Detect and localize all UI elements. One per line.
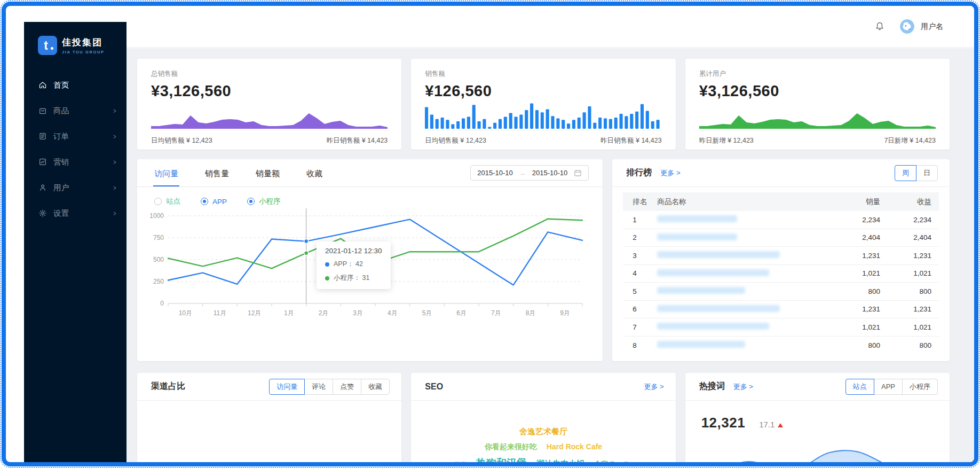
brand-subtitle: JIA TOU GROUP (62, 50, 105, 54)
svg-text:5月: 5月 (422, 309, 432, 317)
seo-word[interactable]: 舍逸艺术餐厅 (519, 424, 567, 440)
hot-search-tab-小程序[interactable]: 小程序 (902, 379, 938, 395)
ranking-toggle-周[interactable]: 周 (895, 165, 916, 181)
date-end: 2015-10-10 (532, 169, 568, 177)
goods-icon (38, 106, 47, 115)
logo-dot (51, 47, 53, 50)
stat-sparkline (425, 102, 661, 129)
rank-cell: 6 (623, 305, 657, 313)
brand-title: 佳投集团 (62, 36, 105, 49)
stat-value: ¥3,126,560 (699, 82, 936, 100)
stat-sparkline (151, 102, 388, 129)
table-row: 71,0211,021 (623, 318, 939, 337)
seo-word[interactable]: 全家 Family (594, 458, 632, 462)
table-row: 12,2342,234 (623, 211, 939, 229)
stat-value: ¥3,126,560 (151, 82, 388, 100)
sidebar-item-设置[interactable]: 设置> (24, 200, 127, 226)
sales-cell: 1,231 (821, 252, 880, 260)
sales-cell: 800 (821, 341, 880, 349)
hot-search-tab-站点[interactable]: 站点 (845, 379, 874, 395)
hot-search-more-link[interactable]: 更多 > (733, 382, 753, 392)
stat-label: 累计用户 (699, 69, 936, 79)
chevron-right-icon: > (114, 132, 116, 141)
svg-text:12月: 12月 (248, 309, 261, 317)
channel-tab-收藏[interactable]: 收藏 (361, 379, 390, 395)
stat-card-3: 累计用户¥3,126,560昨日新增 ¥ 12,4237日新增 ¥ 14,423 (685, 59, 950, 150)
seo-word[interactable]: Hard Rock Cafe (547, 440, 602, 454)
ranking-panel: 排行榜 更多 > 周日 排名 商品名称 销量 收益 12,2342,23422,… (612, 159, 950, 361)
channel-tab-点赞[interactable]: 点赞 (333, 379, 361, 395)
date-range-picker[interactable]: 2015-10-10 → 2015-10-10 (470, 165, 589, 181)
sidebar-item-营销[interactable]: 营销> (24, 149, 127, 175)
hot-search-count: 12,321 (701, 415, 746, 431)
profit-cell: 1,231 (880, 305, 939, 313)
sidebar-item-首页[interactable]: 首页 (24, 72, 127, 98)
ranking-title: 排行榜 (626, 167, 652, 178)
series-radio-APP[interactable]: APP (201, 198, 227, 206)
radio-icon (247, 198, 255, 205)
stat-label: 总销售额 (151, 69, 388, 79)
radio-icon (154, 198, 162, 205)
svg-text:1000: 1000 (149, 212, 164, 220)
stat-footer-left: 昨日新增 ¥ 12,423 (699, 136, 754, 145)
sales-cell: 1,021 (821, 269, 880, 277)
tab-销量额[interactable]: 销量额 (255, 169, 281, 186)
series-radio-小程序[interactable]: 小程序 (247, 197, 281, 206)
marketing-icon (38, 158, 47, 166)
stat-label: 销售额 (425, 69, 661, 79)
hot-search-source-toggle: 站点APP小程序 (845, 379, 938, 395)
sidebar-item-商品[interactable]: 商品> (24, 98, 127, 123)
hot-search-tab-APP[interactable]: APP (874, 379, 903, 395)
seo-word[interactable]: 你看起来很好吃 (485, 440, 537, 454)
channel-metric-toggle: 访问量评论点赞收藏 (269, 379, 390, 395)
rank-cell: 8 (623, 341, 657, 349)
seo-word[interactable]: 潮汕牛肉火锅 (536, 456, 584, 462)
seo-title: SEO (425, 382, 443, 392)
svg-text:4月: 4月 (388, 309, 398, 317)
product-name-blurred (657, 305, 821, 314)
seo-word[interactable]: 酒意 (455, 459, 467, 462)
tab-访问量[interactable]: 访问量 (153, 169, 179, 186)
orders-icon (38, 132, 47, 141)
stat-card-1: 总销售额¥3,126,560日均销售额 ¥ 12,423昨日销售额 ¥ 14,4… (137, 59, 401, 150)
calendar-icon (574, 169, 582, 177)
stat-footer-left: 日均销售额 ¥ 12,423 (425, 136, 486, 145)
seo-word[interactable]: 热狗和汉堡 (476, 454, 527, 462)
product-name-blurred (657, 269, 821, 278)
sales-cell: 2,404 (821, 233, 880, 241)
rank-cell: 4 (623, 269, 657, 277)
tab-销售量[interactable]: 销售量 (204, 169, 230, 186)
app-frame: t 佳投集团 JIA TOU GROUP 首页商品>订单>营销>用户>设置> 用… (2, 2, 978, 466)
chevron-right-icon: > (114, 107, 116, 115)
ranking-toggle-日[interactable]: 日 (916, 165, 938, 181)
ranking-period-toggle: 周日 (895, 165, 938, 181)
svg-text:500: 500 (153, 256, 164, 263)
chart-tooltip: 2021-01-12 12:30 APP： 42小程序： 31 (317, 241, 391, 289)
visits-line-chart[interactable]: 0250500750100010月11月12月1月2月3月4月5月6月7月8月9… (145, 208, 603, 334)
username[interactable]: 用户名 (921, 22, 943, 32)
ranking-more-link[interactable]: 更多 > (660, 168, 680, 178)
rank-cell: 1 (623, 216, 657, 224)
table-row: 5800800 (623, 283, 939, 301)
profit-cell: 1,231 (880, 252, 939, 260)
avatar[interactable] (900, 19, 914, 34)
rank-cell: 7 (623, 323, 657, 331)
tooltip-row: 小程序： 31 (325, 274, 382, 283)
notifications-bell-icon[interactable] (874, 21, 885, 32)
sidebar-item-订单[interactable]: 订单> (24, 123, 127, 149)
tab-收藏[interactable]: 收藏 (305, 169, 323, 186)
stat-cards-row: 总销售额¥3,126,560日均销售额 ¥ 12,423昨日销售额 ¥ 14,4… (137, 59, 950, 150)
sidebar-item-用户[interactable]: 用户> (24, 175, 127, 200)
series-radio-站点[interactable]: 站点 (154, 197, 180, 206)
hot-search-title: 热搜词 (699, 381, 725, 392)
channel-tab-评论[interactable]: 评论 (304, 379, 333, 395)
svg-text:10月: 10月 (179, 309, 192, 317)
series-toggles: 站点APP小程序 (154, 197, 603, 206)
product-name-blurred (657, 233, 821, 242)
chevron-right-icon: > (114, 158, 116, 166)
product-name-blurred (657, 215, 821, 224)
trend-tabs: 访问量销售量销量额收藏 (153, 169, 323, 186)
channel-tab-访问量[interactable]: 访问量 (269, 379, 305, 395)
seo-more-link[interactable]: 更多 > (644, 382, 663, 392)
logo[interactable]: t 佳投集团 JIA TOU GROUP (24, 22, 127, 60)
